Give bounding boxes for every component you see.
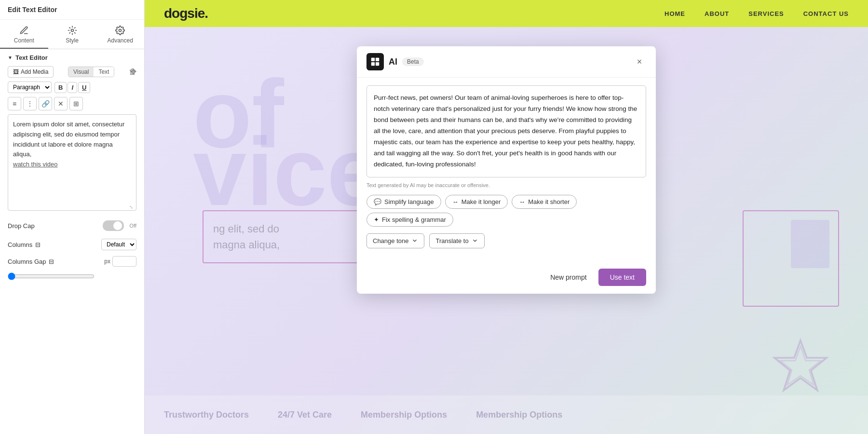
ai-action-buttons: 💬 Simplify language ↔ Make it longer ↔ M…	[366, 195, 646, 227]
view-toggle: Visual Text	[68, 67, 114, 77]
slider-row	[0, 270, 144, 285]
svg-point-0	[71, 29, 73, 32]
ai-title: AI	[389, 57, 397, 67]
nav-links: HOME ABOUT SERVICES CONTACT US	[665, 10, 849, 17]
panel-header: Edit Text Editor	[0, 0, 144, 20]
ai-dialog: AI Beta × Purr-fect news, pet owners! Ou…	[357, 46, 656, 294]
panel-tabs: Content Style Advanced	[0, 20, 144, 49]
make-longer-button[interactable]: ↔ Make it longer	[445, 195, 508, 209]
drop-cap-row: Drop Cap Off	[0, 216, 144, 236]
tab-style[interactable]: Style	[48, 20, 96, 49]
columns-select[interactable]: Default	[101, 239, 136, 250]
svg-rect-6	[371, 62, 375, 66]
ai-dropdowns: Change tone Translate to	[366, 233, 646, 248]
ai-header-left: AI Beta	[366, 53, 424, 70]
paragraph-select[interactable]: Paragraph	[8, 81, 52, 93]
section-label: Text Editor	[8, 54, 136, 61]
new-prompt-button[interactable]: New prompt	[544, 270, 592, 285]
nav-about[interactable]: ABOUT	[705, 10, 729, 17]
unordered-list-button[interactable]: ≡	[8, 97, 21, 110]
svg-rect-5	[376, 58, 379, 61]
site-content: of vice ng elit, sed domagna aliqua, Tru…	[145, 27, 868, 434]
bold-button[interactable]: B	[54, 82, 67, 93]
columns-icon: ⊟	[35, 241, 41, 248]
change-tone-dropdown[interactable]: Change tone	[366, 233, 424, 248]
editor-content-area[interactable]: Lorem ipsum dolor sit amet, consectetur …	[8, 114, 136, 211]
columns-row: Columns ⊟ Default	[0, 236, 144, 253]
table-button[interactable]: ⊞	[69, 97, 83, 110]
fix-spelling-button[interactable]: ✦ Fix spelling & grammar	[366, 213, 453, 227]
ai-logo	[366, 53, 384, 70]
use-text-button[interactable]: Use text	[598, 269, 646, 286]
italic-button[interactable]: I	[68, 82, 77, 93]
ai-dialog-body: Purr-fect news, pet owners! Our team of …	[357, 78, 656, 264]
svg-point-1	[119, 29, 122, 32]
add-media-button[interactable]: 🖼 Add Media	[8, 66, 54, 78]
nav-home[interactable]: HOME	[665, 10, 685, 17]
longer-icon: ↔	[452, 198, 459, 205]
columns-gap-row: Columns Gap ⊟ px	[0, 253, 144, 270]
editor-toolbar-icons: ≡ ⋮ 🔗 ✕ ⊞	[8, 97, 136, 110]
resize-handle[interactable]: ⤡	[129, 203, 135, 209]
left-panel: Edit Text Editor Content Style Advanced …	[0, 0, 145, 434]
tab-content[interactable]: Content	[0, 20, 48, 49]
ai-generated-text: Purr-fect news, pet owners! Our team of …	[366, 85, 646, 177]
expand-icon[interactable]: ✥	[130, 67, 136, 76]
link-button[interactable]: 🔗	[39, 97, 52, 110]
tone-chevron-icon	[411, 237, 418, 244]
ai-disclaimer: Text generated by AI may be inaccurate o…	[366, 182, 646, 188]
main-area: dogsie. HOME ABOUT SERVICES CONTACT US o…	[145, 0, 868, 434]
make-shorter-button[interactable]: ↔ Make it shorter	[512, 195, 577, 209]
text-editor-section: Text Editor ✥ 🖼 Add Media Visual Text 🗑 …	[0, 49, 144, 216]
columns-gap-icon: ⊟	[49, 258, 54, 265]
remove-format-button[interactable]: ✕	[54, 97, 68, 110]
tab-advanced[interactable]: Advanced	[96, 20, 144, 49]
ordered-list-button[interactable]: ⋮	[23, 97, 37, 110]
simplify-language-button[interactable]: 💬 Simplify language	[366, 195, 441, 209]
site-nav: dogsie. HOME ABOUT SERVICES CONTACT US	[145, 0, 868, 27]
svg-rect-4	[371, 58, 375, 61]
ai-dialog-header: AI Beta ×	[357, 46, 656, 78]
dialog-overlay: AI Beta × Purr-fect news, pet owners! Ou…	[145, 27, 868, 434]
underline-button[interactable]: U	[78, 82, 90, 93]
simplify-icon: 💬	[374, 198, 381, 205]
text-view-button[interactable]: Text	[94, 67, 114, 77]
close-dialog-button[interactable]: ×	[633, 55, 646, 68]
columns-gap-input[interactable]	[112, 256, 136, 267]
beta-badge: Beta	[402, 57, 424, 66]
ai-dialog-footer: New prompt Use text	[357, 264, 656, 294]
visual-view-button[interactable]: Visual	[68, 67, 94, 77]
editor-toolbar-top: 🖼 Add Media Visual Text 🗑	[8, 66, 136, 78]
toggle-knob	[113, 221, 122, 230]
translate-chevron-icon	[472, 237, 478, 244]
shorter-icon: ↔	[519, 198, 525, 205]
nav-services[interactable]: SERVICES	[748, 10, 784, 17]
add-media-icon: 🖼	[13, 68, 19, 75]
svg-rect-7	[376, 62, 379, 66]
editor-toolbar-format: Paragraph B I U	[8, 81, 136, 93]
nav-contact[interactable]: CONTACT US	[803, 10, 849, 17]
spelling-icon: ✦	[374, 216, 379, 223]
editor-link[interactable]: watch this video	[13, 161, 58, 168]
drop-cap-toggle[interactable]	[103, 220, 124, 231]
translate-to-dropdown[interactable]: Translate to	[429, 233, 484, 248]
columns-gap-slider[interactable]	[8, 272, 95, 280]
site-logo: dogsie.	[164, 6, 208, 21]
